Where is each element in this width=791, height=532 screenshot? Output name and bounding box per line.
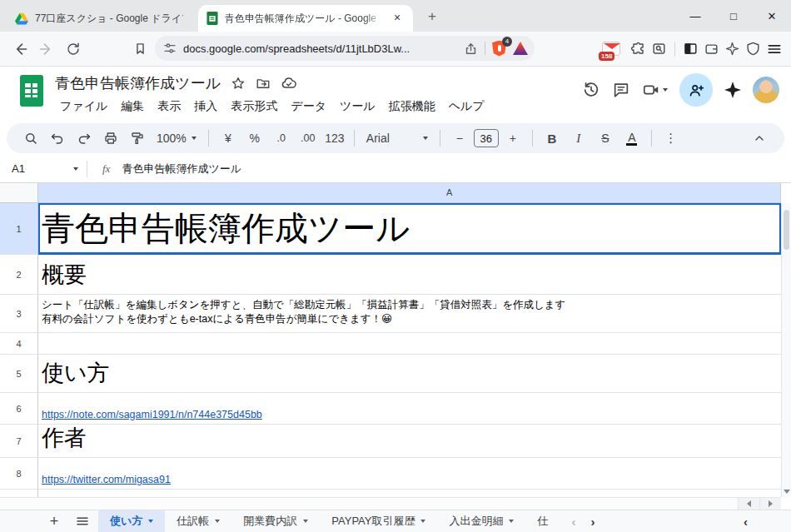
sheet-tab-6[interactable]: 仕 (525, 510, 560, 532)
strikethrough-button[interactable]: S (593, 127, 618, 150)
url-bar[interactable]: docs.google.com/spreadsheets/d/11jtLbD3L… (155, 36, 535, 61)
minimize-button[interactable]: — (676, 0, 714, 32)
vpn-shield-icon[interactable] (745, 41, 761, 57)
sheet-tab-4[interactable]: PAYPAY取引履歴 (320, 510, 437, 532)
cell-A6[interactable]: https://note.com/sagami1991/n/n744e375d4… (38, 393, 781, 425)
menu-item-0[interactable]: ファイル (53, 97, 114, 117)
cell-A7[interactable]: 作者 (38, 425, 781, 458)
menu-item-3[interactable]: 挿入 (187, 97, 224, 117)
menu-item-6[interactable]: ツール (333, 97, 382, 117)
scroll-left-button[interactable] (738, 498, 759, 510)
gemini-icon[interactable] (724, 82, 741, 98)
leo-ai-icon[interactable] (724, 41, 740, 57)
italic-button[interactable]: I (566, 127, 591, 150)
document-title[interactable]: 青色申告帳簿作成ツール (55, 73, 221, 93)
row-header-3[interactable]: 3 (0, 295, 38, 333)
font-size-input[interactable]: 36 (474, 129, 499, 147)
menu-hamburger-icon[interactable] (766, 41, 783, 57)
column-header-A[interactable]: A (38, 183, 781, 203)
comments-icon[interactable] (612, 81, 630, 99)
gmail-extension-icon[interactable]: 158 (602, 42, 620, 56)
undo-icon[interactable] (45, 127, 70, 150)
new-tab-button[interactable]: + (423, 7, 441, 26)
cell-A8[interactable]: https://twitter.com/migasa91 (38, 458, 781, 490)
collapse-toolbar-icon[interactable] (753, 132, 766, 145)
cell-A9[interactable] (38, 490, 781, 497)
decrease-font-size-button[interactable]: − (447, 127, 472, 150)
search-tab-icon[interactable] (651, 41, 667, 57)
select-all-corner[interactable] (0, 183, 38, 203)
scroll-right-button[interactable] (759, 498, 781, 510)
decrease-decimal-button[interactable]: .0 (269, 127, 294, 150)
account-avatar[interactable] (753, 77, 779, 103)
scroll-down-button[interactable] (782, 485, 791, 497)
sidebar-icon[interactable] (683, 41, 699, 57)
row-header-1[interactable]: 1 (0, 203, 38, 255)
menu-item-8[interactable]: ヘルプ (442, 97, 491, 117)
menu-item-1[interactable]: 編集 (114, 97, 151, 117)
increase-font-size-button[interactable]: + (500, 127, 525, 150)
paint-format-icon[interactable] (125, 127, 150, 150)
tab-close-icon[interactable]: × (390, 11, 405, 26)
bookmark-icon[interactable] (127, 36, 153, 62)
bold-button[interactable]: B (540, 127, 565, 150)
brave-rewards-icon[interactable] (513, 42, 528, 55)
search-icon[interactable] (18, 127, 43, 150)
sheet-tab-1[interactable]: 使い方 (98, 510, 165, 532)
sheet-tab-2[interactable]: 仕訳帳 (165, 510, 231, 532)
share-button[interactable] (679, 73, 713, 107)
cell-A1[interactable]: 青色申告帳簿作成ツール (38, 203, 781, 255)
row-header-7[interactable]: 7 (0, 425, 38, 458)
formula-input[interactable]: 青色申告帳簿作成ツール (122, 162, 241, 177)
redo-icon[interactable] (72, 127, 97, 150)
number-format-button[interactable]: 123 (322, 127, 347, 150)
cloud-saved-icon[interactable] (281, 75, 297, 92)
back-icon[interactable] (7, 36, 33, 62)
row-header-2[interactable]: 2 (0, 255, 38, 295)
text-color-button[interactable]: A (619, 127, 644, 150)
menu-item-4[interactable]: 表示形式 (224, 97, 284, 117)
increase-decimal-button[interactable]: .00 (296, 127, 321, 150)
row-header-9[interactable] (0, 490, 38, 497)
menu-item-7[interactable]: 拡張機能 (382, 97, 442, 117)
row-header-5[interactable]: 5 (0, 355, 38, 393)
share-icon[interactable] (464, 42, 478, 56)
cell-hyperlink[interactable]: https://twitter.com/migasa91 (42, 474, 171, 485)
wallet-icon[interactable] (704, 41, 719, 57)
percent-format-button[interactable]: % (242, 127, 267, 150)
add-sheet-icon[interactable]: + (43, 513, 65, 530)
brave-shield-icon[interactable]: 4 (492, 41, 506, 57)
url-text[interactable]: docs.google.com/spreadsheets/d/11jtLbD3L… (183, 42, 457, 55)
vertical-scrollbar[interactable] (781, 203, 791, 497)
sheet-tab-3[interactable]: 開業費内訳 (231, 510, 320, 532)
row-header-4[interactable]: 4 (0, 333, 38, 355)
tab-scroll-right-icon[interactable]: › (590, 515, 594, 529)
name-box[interactable]: A1 (0, 162, 87, 175)
font-family-control[interactable]: Arial (361, 132, 433, 145)
row-header-6[interactable]: 6 (0, 393, 38, 425)
print-icon[interactable] (98, 127, 123, 150)
sheet-tab-5[interactable]: 入出金明細 (437, 510, 525, 532)
currency-format-button[interactable]: ¥ (216, 127, 241, 150)
extensions-puzzle-icon[interactable] (630, 41, 646, 57)
browser-tab-sheets[interactable]: 青色申告帳簿作成ツール - Google × (198, 5, 413, 32)
all-sheets-icon[interactable] (75, 514, 90, 529)
horizontal-scrollbar[interactable] (0, 497, 781, 510)
reload-icon[interactable] (60, 36, 87, 62)
tab-scroll-left-icon[interactable]: ‹ (571, 515, 575, 529)
close-button[interactable]: ✕ (753, 0, 791, 32)
tune-icon[interactable] (163, 42, 177, 55)
sheets-logo-icon[interactable] (20, 75, 43, 107)
star-icon[interactable] (231, 76, 246, 91)
forward-icon[interactable] (33, 36, 60, 62)
cell-A3[interactable]: シート「仕訳帳」を編集しボタンを押すと、自動で「総勘定元帳」「損益計算書」「貸借… (38, 295, 781, 333)
zoom-control[interactable]: 100% (152, 132, 201, 145)
browser-tab-drive[interactable]: 77口座スクショ - Google ドライブ (7, 5, 192, 32)
cell-A5[interactable]: 使い方 (38, 355, 781, 393)
version-history-icon[interactable] (582, 81, 600, 99)
vertical-scrollbar-thumb[interactable] (784, 210, 789, 250)
cell-hyperlink[interactable]: https://note.com/sagami1991/n/n744e375d4… (42, 409, 262, 420)
maximize-button[interactable]: □ (714, 0, 753, 32)
meet-call-control[interactable] (642, 81, 668, 99)
menu-item-5[interactable]: データ (284, 97, 333, 117)
